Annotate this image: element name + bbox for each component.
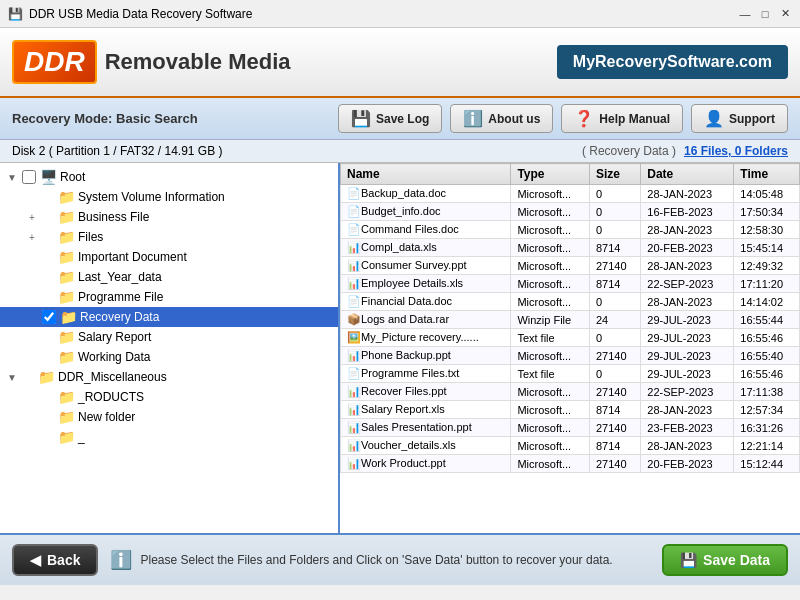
table-row[interactable]: 📄Backup_data.doc Microsoft... 0 28-JAN-2…: [341, 185, 800, 203]
save-data-button[interactable]: 💾 Save Data: [662, 544, 788, 576]
col-name[interactable]: Name: [341, 164, 511, 185]
table-row[interactable]: 📊Employee Details.xls Microsoft... 8714 …: [341, 275, 800, 293]
file-date-cell: 23-FEB-2023: [641, 419, 734, 437]
tree-item[interactable]: +📁Files: [0, 227, 338, 247]
tree-item[interactable]: 📁Important Document: [0, 247, 338, 267]
back-button[interactable]: ◀ Back: [12, 544, 98, 576]
file-name-cell: 📊Work Product.ppt: [341, 455, 511, 473]
tree-item[interactable]: 📁System Volume Information: [0, 187, 338, 207]
folder-icon: 📁: [58, 189, 75, 205]
app-icon: 💾: [8, 7, 23, 21]
folder-icon: 📁: [58, 209, 75, 225]
col-size[interactable]: Size: [589, 164, 640, 185]
tree-item[interactable]: 📁Salary Report: [0, 327, 338, 347]
tree-item[interactable]: 📁Recovery Data: [0, 307, 338, 327]
tree-expand-icon[interactable]: ▼: [4, 172, 20, 183]
support-button[interactable]: 👤 Support: [691, 104, 788, 133]
tree-expand-icon[interactable]: +: [24, 212, 40, 223]
table-row[interactable]: 📊Voucher_details.xls Microsoft... 8714 2…: [341, 437, 800, 455]
file-type-icon: 📊: [347, 403, 361, 415]
recovery-info: ( Recovery Data ) 16 Files, 0 Folders: [582, 144, 788, 158]
file-panel[interactable]: Name Type Size Date Time 📄Backup_data.do…: [340, 163, 800, 533]
file-date-cell: 20-FEB-2023: [641, 455, 734, 473]
tree-item[interactable]: ▼📁DDR_Miscellaneous: [0, 367, 338, 387]
tree-item[interactable]: 📁_RODUCTS: [0, 387, 338, 407]
tree-panel[interactable]: ▼🖥️Root 📁System Volume Information+📁Busi…: [0, 163, 340, 533]
tree-expand-icon[interactable]: +: [24, 232, 40, 243]
file-type-icon: 📊: [347, 259, 361, 271]
file-name-cell: 📊Consumer Survey.ppt: [341, 257, 511, 275]
file-name-cell: 🖼️My_Picture recovery......: [341, 329, 511, 347]
file-name-cell: 📄Financial Data.doc: [341, 293, 511, 311]
maximize-button[interactable]: □: [758, 7, 772, 21]
file-date-cell: 28-JAN-2023: [641, 437, 734, 455]
file-date-cell: 29-JUL-2023: [641, 329, 734, 347]
table-row[interactable]: 📄Command Files.doc Microsoft... 0 28-JAN…: [341, 221, 800, 239]
col-type[interactable]: Type: [511, 164, 590, 185]
file-type-icon: 📊: [347, 385, 361, 397]
table-row[interactable]: 📊Salary Report.xls Microsoft... 8714 28-…: [341, 401, 800, 419]
file-type-icon: 📊: [347, 241, 361, 253]
table-row[interactable]: 📊Consumer Survey.ppt Microsoft... 27140 …: [341, 257, 800, 275]
file-size-cell: 0: [589, 329, 640, 347]
col-date[interactable]: Date: [641, 164, 734, 185]
tree-item[interactable]: 📁Working Data: [0, 347, 338, 367]
file-date-cell: 16-FEB-2023: [641, 203, 734, 221]
website-badge[interactable]: MyRecoverySoftware.com: [557, 45, 788, 79]
table-row[interactable]: 📊Phone Backup.ppt Microsoft... 27140 29-…: [341, 347, 800, 365]
file-type-cell: Microsoft...: [511, 239, 590, 257]
tree-item[interactable]: 📁New folder: [0, 407, 338, 427]
folder-icon: 📁: [58, 409, 75, 425]
table-row[interactable]: 📄Financial Data.doc Microsoft... 0 28-JA…: [341, 293, 800, 311]
tree-item[interactable]: +📁Business File: [0, 207, 338, 227]
file-name-cell: 📦Logs and Data.rar: [341, 311, 511, 329]
file-type-icon: 📄: [347, 205, 361, 217]
statusbar: ◀ Back ℹ️ Please Select the Files and Fo…: [0, 533, 800, 585]
folder-icon: 📁: [58, 429, 75, 445]
folder-icon: 🖥️: [40, 169, 57, 185]
table-row[interactable]: 📦Logs and Data.rar Winzip File 24 29-JUL…: [341, 311, 800, 329]
file-type-icon: 📊: [347, 439, 361, 451]
tree-item[interactable]: 📁Last_Year_data: [0, 267, 338, 287]
tree-checkbox[interactable]: [22, 170, 36, 184]
help-manual-button[interactable]: ❓ Help Manual: [561, 104, 683, 133]
ddr-logo: DDR: [12, 40, 97, 84]
tree-checkbox[interactable]: [42, 310, 56, 324]
file-type-icon: 📊: [347, 457, 361, 469]
minimize-button[interactable]: —: [738, 7, 752, 21]
table-row[interactable]: 📊Compl_data.xls Microsoft... 8714 20-FEB…: [341, 239, 800, 257]
file-type-cell: Microsoft...: [511, 455, 590, 473]
close-button[interactable]: ✕: [778, 7, 792, 21]
status-text: Please Select the Files and Folders and …: [140, 553, 612, 567]
table-row[interactable]: 📊Sales Presentation.ppt Microsoft... 271…: [341, 419, 800, 437]
file-type-icon: 📊: [347, 421, 361, 433]
file-size-cell: 27140: [589, 455, 640, 473]
tree-item-label: Programme File: [78, 290, 163, 304]
file-time-cell: 14:14:02: [734, 293, 800, 311]
file-date-cell: 28-JAN-2023: [641, 221, 734, 239]
tree-expand-icon[interactable]: ▼: [4, 372, 20, 383]
table-row[interactable]: 📄Programme Files.txt Text file 0 29-JUL-…: [341, 365, 800, 383]
file-name-cell: 📊Voucher_details.xls: [341, 437, 511, 455]
file-type-cell: Microsoft...: [511, 221, 590, 239]
table-row[interactable]: 📄Budget_info.doc Microsoft... 0 16-FEB-2…: [341, 203, 800, 221]
table-row[interactable]: 📊Recover Files.ppt Microsoft... 27140 22…: [341, 383, 800, 401]
file-type-icon: 🖼️: [347, 331, 361, 343]
col-time[interactable]: Time: [734, 164, 800, 185]
file-time-cell: 17:50:34: [734, 203, 800, 221]
file-date-cell: 29-JUL-2023: [641, 365, 734, 383]
about-us-button[interactable]: ℹ️ About us: [450, 104, 553, 133]
save-log-button[interactable]: 💾 Save Log: [338, 104, 442, 133]
tree-item[interactable]: ▼🖥️Root: [0, 167, 338, 187]
save-data-label: Save Data: [703, 552, 770, 568]
table-row[interactable]: 🖼️My_Picture recovery...... Text file 0 …: [341, 329, 800, 347]
folder-icon: 📁: [58, 349, 75, 365]
file-time-cell: 16:31:26: [734, 419, 800, 437]
file-count[interactable]: 16 Files, 0 Folders: [684, 144, 788, 158]
table-row[interactable]: 📊Work Product.ppt Microsoft... 27140 20-…: [341, 455, 800, 473]
save-data-icon: 💾: [680, 552, 697, 568]
file-type-icon: 📄: [347, 367, 361, 379]
tree-item[interactable]: 📁Programme File: [0, 287, 338, 307]
tree-item[interactable]: 📁_: [0, 427, 338, 447]
file-type-icon: 📊: [347, 277, 361, 289]
